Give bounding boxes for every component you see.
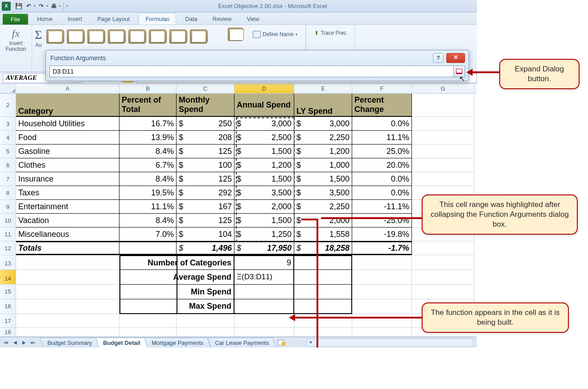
insert-function-button[interactable]: fx Insert Function [2,26,29,54]
totals-row: 12 Totals $1,496 $17,950 $18,258 -1.7% [0,241,477,255]
ribbon-tabs: File Home Insert Page Layout Formulas Da… [0,12,477,25]
col-header-f[interactable]: F [352,84,412,93]
table-row: 5Gasoline8.4%$125$1,500$1,20025.0% [0,145,477,158]
expand-dialog-icon [456,69,462,74]
tab-review[interactable]: Review [206,13,238,25]
table-row: 10Vacation8.4%$125$1,500$2,000-25.0% [0,214,477,228]
sheet-tab-budget-detail[interactable]: Budget Detail [96,338,148,348]
prev-sheet-button[interactable]: ◀ [11,339,20,347]
sheet-tab-mortgage[interactable]: Mortgage Payments [144,338,211,348]
col-header-c[interactable]: C [177,84,234,93]
annotation-arrow [317,219,318,348]
stat-row: 15 Min Spend [0,285,477,299]
table-row: 3Household Utilities16.7%$250$3,000$3,00… [0,117,477,131]
stat-row: 14 Average Spend Ξ(D3:D11) [0,270,477,285]
horizontal-scrollbar[interactable] [307,339,473,347]
fx-icon: fx [12,28,20,40]
tab-data[interactable]: Data [179,13,203,25]
tab-formulas[interactable]: Formulas [139,13,176,25]
sheet-tab-car-lease[interactable]: Car Lease Payments [207,338,276,348]
tag-icon [253,31,261,38]
callout-cell-range: This cell range was highlighted after co… [422,194,578,235]
svg-point-1 [282,342,285,346]
tab-insert[interactable]: Insert [62,13,89,25]
tab-view[interactable]: View [240,13,265,25]
sheet-tab-budget-summary[interactable]: Budget Summary [40,338,99,348]
worksheet-grid[interactable]: A B C D E F G 2 Category Percent of Tota… [0,84,477,337]
stat-row: 13 Number of Categories 9 [0,255,477,270]
recently-used-icon[interactable] [46,29,64,44]
logical-icon[interactable] [87,29,105,44]
row-header[interactable]: 2 [0,94,16,117]
col-header-b[interactable]: B [119,84,177,93]
window-title: Excel Objective 2.00.xlsx - Microsoft Ex… [68,3,477,9]
last-sheet-button[interactable]: ⏭ [29,339,37,347]
dialog-close-button[interactable]: ✕ [446,53,465,63]
trace-precedents-button[interactable]: ⬆ Trace Prec [312,29,349,37]
tab-home[interactable]: Home [31,13,59,25]
table-row: 8Taxes19.5%$292$3,500$3,5000.0% [0,186,477,200]
table-row: 4Food13.9%$208$2,500$2,25011.1% [0,131,477,145]
title-bar: X 💾 ↶ ▾ ↷ ▾ 🖶 ▾ ▾ Excel Objective 2.00.x… [0,0,477,12]
dialog-title: Function Arguments [50,54,433,62]
math-trig-icon[interactable] [169,29,187,44]
function-arguments-dialog[interactable]: Function Arguments ? ✕ [45,50,469,81]
name-manager-icon[interactable] [228,28,244,41]
table-row: 9Entertainment11.1%$167$2,000$2,250-11.1… [0,200,477,214]
more-functions-icon[interactable] [190,29,208,44]
col-header-a[interactable]: A [16,84,119,93]
dialog-help-button[interactable]: ? [433,53,444,63]
lookup-icon[interactable] [149,29,167,44]
table-row: 6Clothes6.7%$100$1,200$1,00020.0% [0,158,477,172]
next-sheet-button[interactable]: ▶ [20,339,29,347]
save-icon[interactable]: 💾 [14,2,23,11]
table-row: 11Miscellaneous7.0%$104$1,250$1,558-19.8… [0,228,477,241]
sheet-tab-bar: ⏮ ◀ ▶ ⏭ Budget Summary Budget Detail Mor… [0,337,477,348]
define-name-button[interactable]: Define Name ▾ [250,29,300,39]
text-icon[interactable] [108,29,126,44]
financial-icon[interactable] [67,29,85,44]
excel-window: X 💾 ↶ ▾ ↷ ▾ 🖶 ▾ ▾ Excel Objective 2.00.x… [0,0,477,348]
callout-function-cell: The function appears in the cell as it i… [422,302,569,333]
table-row: 7Insurance8.4%$125$1,500$1,5000.0% [0,172,477,186]
new-sheet-button[interactable] [275,339,289,346]
col-header-g[interactable]: G [412,84,474,93]
dialog-range-input[interactable] [49,66,454,77]
excel-icon: X [2,2,11,11]
print-icon[interactable]: 🖶 [49,2,58,11]
cursor-icon: ↖ [459,74,465,83]
tab-page-layout[interactable]: Page Layout [91,13,136,25]
stat-row: 16 Max Spend [0,299,477,314]
col-header-d[interactable]: D [234,84,294,93]
table-header-row: 2 Category Percent of Total Monthly Spen… [0,94,477,117]
select-all-corner[interactable] [0,84,16,93]
tab-file[interactable]: File [3,14,28,25]
callout-expand-dialog: Expand Dialog button. [499,59,580,89]
first-sheet-button[interactable]: ⏮ [2,339,11,347]
quick-access-toolbar: X 💾 ↶ ▾ ↷ ▾ 🖶 ▾ ▾ [0,2,68,11]
date-time-icon[interactable] [128,29,146,44]
undo-icon[interactable]: ↶ [24,2,33,11]
redo-icon[interactable]: ↷ [37,2,45,11]
sigma-icon: Σ [35,28,42,42]
autosum-label: Au [35,42,42,48]
col-header-e[interactable]: E [294,84,352,93]
